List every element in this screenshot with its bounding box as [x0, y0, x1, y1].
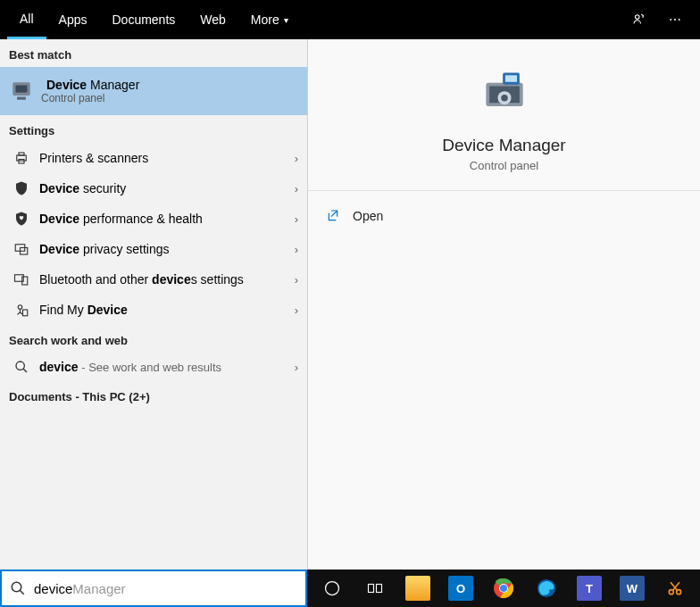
result-device-performance[interactable]: Device performance & health › [0, 204, 307, 234]
svg-line-22 [20, 590, 24, 595]
result-find-my-device[interactable]: Find My Device › [0, 295, 307, 325]
svg-point-13 [16, 362, 24, 370]
find-device-icon [9, 302, 34, 318]
svg-point-21 [12, 582, 21, 592]
search-input[interactable] [34, 581, 305, 596]
svg-point-28 [500, 585, 507, 592]
heading-search-work-web: Search work and web [0, 325, 307, 353]
shield-icon [9, 180, 34, 196]
teams-icon[interactable]: T [568, 570, 611, 606]
file-explorer-icon[interactable] [396, 570, 439, 606]
search-input-icon [2, 580, 34, 596]
search-icon [9, 360, 34, 374]
privacy-icon [9, 241, 34, 257]
svg-rect-3 [17, 97, 26, 100]
devices-icon [9, 271, 34, 287]
svg-rect-12 [23, 310, 28, 316]
tab-more[interactable]: More [238, 0, 301, 39]
taskbar: O T W [307, 570, 700, 607]
result-device-security[interactable]: Device security › [0, 173, 307, 204]
device-manager-icon [9, 79, 34, 103]
result-device-manager[interactable]: Device Manager Control panel [0, 67, 307, 115]
open-icon [326, 209, 340, 223]
snipping-tool-icon[interactable] [654, 570, 696, 606]
outlook-icon[interactable]: O [439, 570, 482, 606]
svg-rect-25 [377, 585, 382, 593]
svg-line-14 [23, 369, 27, 372]
main-area: Best match Device Manager Control panel … [0, 39, 700, 570]
svg-rect-10 [22, 277, 28, 285]
task-view-icon[interactable] [354, 570, 396, 606]
result-device-privacy[interactable]: Device privacy settings › [0, 234, 307, 264]
preview-title: Device Manager [442, 136, 565, 155]
word-icon[interactable]: W [611, 570, 654, 606]
feedback-icon[interactable] [621, 12, 657, 28]
results-panel: Best match Device Manager Control panel … [0, 39, 308, 570]
svg-rect-24 [369, 585, 374, 593]
tab-all[interactable]: All [7, 0, 46, 39]
heading-best-match: Best match [0, 39, 307, 67]
bottom-bar: device Manager O T W [0, 570, 700, 607]
svg-rect-4 [17, 155, 27, 161]
heading-settings: Settings [0, 115, 307, 143]
edge-icon[interactable] [525, 570, 568, 606]
svg-point-11 [18, 305, 22, 310]
result-web-search[interactable]: device - See work and web results › [0, 353, 307, 381]
result-bluetooth-devices[interactable]: Bluetooth and other devices settings › [0, 264, 307, 295]
result-printers-scanners[interactable]: Printers & scanners › [0, 143, 307, 173]
svg-rect-2 [16, 86, 28, 93]
action-open[interactable]: Open [326, 204, 682, 229]
tab-web[interactable]: Web [188, 0, 238, 39]
cortana-icon[interactable] [311, 570, 354, 606]
device-manager-large-icon [478, 66, 531, 123]
svg-point-0 [636, 15, 640, 20]
search-tabs: All Apps Documents Web More ⋯ [0, 0, 700, 39]
svg-rect-5 [19, 153, 24, 155]
heart-shield-icon [9, 211, 34, 227]
printer-icon [9, 150, 34, 166]
svg-point-20 [501, 95, 508, 102]
search-box[interactable]: device Manager [0, 570, 307, 607]
heading-documents: Documents - This PC (2+) [0, 381, 307, 409]
tab-documents[interactable]: Documents [99, 0, 188, 39]
preview-panel: Device Manager Control panel Open [308, 39, 700, 570]
svg-point-23 [326, 582, 339, 595]
svg-rect-18 [504, 75, 516, 82]
preview-subtitle: Control panel [470, 159, 538, 172]
svg-rect-6 [19, 160, 24, 164]
chrome-icon[interactable] [482, 570, 525, 606]
tab-apps[interactable]: Apps [46, 0, 100, 39]
more-options-icon[interactable]: ⋯ [657, 12, 693, 27]
